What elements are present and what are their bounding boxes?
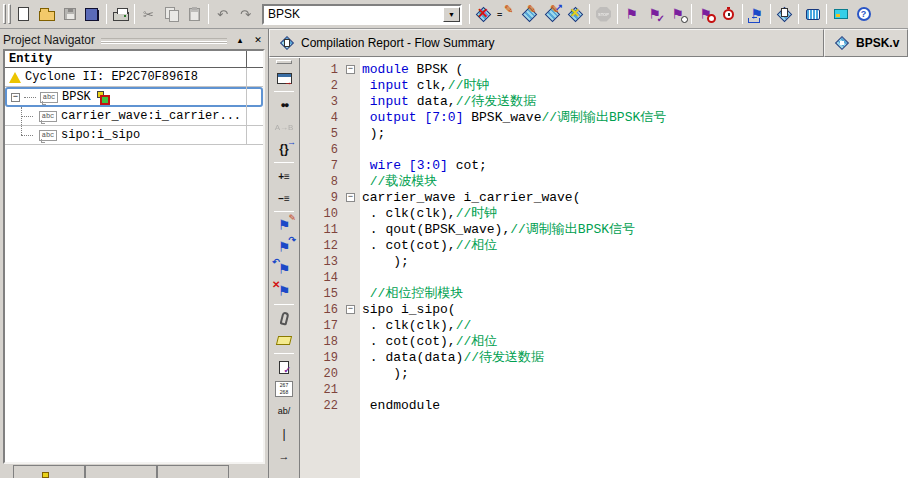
toolbar-separator	[826, 4, 827, 24]
tree-item-device[interactable]: Cyclone II: EP2C70F896I8	[5, 68, 263, 87]
next-bookmark-button[interactable]: ⚑↷	[272, 236, 296, 258]
entity-combobox[interactable]: BPSK	[262, 4, 462, 25]
navigator-tab[interactable]	[157, 465, 229, 478]
code-line[interactable]: 3 input data,//待发送数据	[300, 94, 908, 110]
fullscreen-toggle-button[interactable]	[272, 67, 296, 89]
collapse-expander-icon[interactable]	[11, 93, 20, 102]
code-lines: 1module BPSK (2 input clk,//时钟3 input da…	[300, 62, 908, 414]
pin-planner-button[interactable]: ✕	[564, 3, 587, 25]
code-line[interactable]: 19 . data(data)//待发送数据	[300, 350, 908, 366]
assignment-editor-button[interactable]: ✎=	[495, 3, 518, 25]
tab-bpsk-v[interactable]: BPSK.v	[824, 29, 908, 57]
code-line[interactable]: 6	[300, 142, 908, 158]
syntax-coloring-button[interactable]	[272, 400, 296, 422]
save-all-button[interactable]	[81, 3, 104, 25]
undo-button[interactable]: ↶	[211, 3, 234, 25]
increase-indent-button[interactable]	[272, 165, 296, 187]
go-to-line-button[interactable]	[272, 378, 296, 400]
code-line[interactable]: 22 endmodule	[300, 398, 908, 414]
match-delimiter-button[interactable]: →	[272, 138, 296, 160]
signaltap-button[interactable]	[801, 3, 824, 25]
find-replace-button[interactable]	[272, 116, 296, 138]
settings-dialog-button[interactable]: ✎	[518, 3, 541, 25]
editor-region: Compilation Report - Flow Summary BPSK.v…	[269, 29, 908, 478]
tree-item-bpsk[interactable]: BPSK	[5, 87, 263, 107]
tree-item-carrier-wave[interactable]: carrier_wave:i_carrier...	[5, 107, 263, 126]
settings-button[interactable]: ✕	[472, 3, 495, 25]
programmer-button[interactable]	[829, 3, 852, 25]
code-line[interactable]: 13 );	[300, 254, 908, 270]
assignment-editor-icon: ✎	[504, 4, 513, 15]
find-button[interactable]	[272, 94, 296, 116]
save-button[interactable]	[58, 3, 81, 25]
toolbar-grip[interactable]	[276, 60, 292, 64]
compilation-report-button[interactable]	[773, 3, 796, 25]
cut-button[interactable]: ✂	[137, 3, 160, 25]
code-line[interactable]: 14	[300, 270, 908, 286]
line-number: 4	[300, 110, 344, 126]
insert-file-button[interactable]	[272, 307, 296, 329]
clear-bookmarks-button[interactable]: ⚑✕	[272, 280, 296, 302]
toolbar-grip[interactable]	[8, 4, 11, 24]
code-editor[interactable]: 1module BPSK (2 input clk,//时钟3 input da…	[300, 58, 908, 478]
cut-icon: ✂	[143, 8, 154, 21]
code-line[interactable]: 16sipo i_sipo(	[300, 302, 908, 318]
assignment-groups-button[interactable]: ✎↗	[541, 3, 564, 25]
project-navigator-titlebar: Project Navigator ▴ ✕	[3, 31, 265, 49]
fold-toggle-icon[interactable]	[346, 65, 355, 74]
code-line[interactable]: 15 //相位控制模块	[300, 286, 908, 302]
simulator-tool-button[interactable]: ⚑	[745, 3, 768, 25]
start-analysis-synthesis-button[interactable]: ⚑✓	[643, 3, 666, 25]
previous-bookmark-button[interactable]: ⚑↶	[272, 258, 296, 280]
toolbar-separator	[617, 4, 618, 24]
print-icon	[113, 12, 129, 21]
toggle-bookmark-button[interactable]: ⚑✎	[272, 214, 296, 236]
tree-item-sipo[interactable]: sipo:i_sipo	[5, 126, 263, 145]
code-line[interactable]: 1module BPSK (	[300, 62, 908, 78]
copy-button[interactable]	[160, 3, 183, 25]
classic-timing-analyzer-button[interactable]	[717, 3, 740, 25]
code-line[interactable]: 9carrier_wave i_carrier_wave(	[300, 190, 908, 206]
panel-grip[interactable]	[101, 38, 227, 43]
start-timing-analysis-button[interactable]: ⚑	[694, 3, 717, 25]
new-file-button[interactable]	[12, 3, 35, 25]
project-navigator-panel: Project Navigator ▴ ✕ Entity Cyclone II:…	[0, 29, 269, 478]
start-fitter-button[interactable]: ⚑	[666, 3, 689, 25]
code-line[interactable]: 20 );	[300, 366, 908, 382]
code-line[interactable]: 18 . cot(cot),//相位	[300, 334, 908, 350]
entity-column-header[interactable]: Entity	[5, 51, 263, 68]
help-button[interactable]	[852, 3, 875, 25]
insert-template-button[interactable]	[272, 329, 296, 351]
tab-compilation-report[interactable]: Compilation Report - Flow Summary	[269, 29, 824, 57]
panel-close-button[interactable]: ✕	[251, 33, 265, 47]
code-line[interactable]: 5 );	[300, 126, 908, 142]
fold-toggle-icon[interactable]	[346, 305, 355, 314]
code-line[interactable]: 4 output [7:0] BPSK_wave//调制输出BPSK信号	[300, 110, 908, 126]
open-file-button[interactable]	[35, 3, 58, 25]
code-line[interactable]: 21	[300, 382, 908, 398]
paste-button[interactable]	[183, 3, 206, 25]
arrow-button[interactable]	[272, 444, 296, 466]
code-line[interactable]: 11 . qout(BPSK_wave),//调制输出BPSK信号	[300, 222, 908, 238]
cursor-line-button[interactable]	[272, 422, 296, 444]
code-line[interactable]: 10 . clk(clk),//时钟	[300, 206, 908, 222]
signaltap-icon	[806, 9, 820, 20]
code-line[interactable]: 17 . clk(clk),//	[300, 318, 908, 334]
code-line[interactable]: 7 wire [3:0] cot;	[300, 158, 908, 174]
redo-button[interactable]: ↷	[234, 3, 257, 25]
toolbar-grip[interactable]	[3, 4, 6, 24]
start-compilation-button[interactable]: ⚑	[620, 3, 643, 25]
combobox-dropdown-button[interactable]	[443, 7, 460, 22]
print-button[interactable]	[109, 3, 132, 25]
code-line[interactable]: 8 //载波模块	[300, 174, 908, 190]
navigator-tab[interactable]	[13, 465, 85, 478]
code-line[interactable]: 2 input clk,//时钟	[300, 78, 908, 94]
verilog-module-icon	[39, 111, 57, 122]
panel-collapse-button[interactable]: ▴	[233, 33, 247, 47]
code-line[interactable]: 12 . cot(cot),//相位	[300, 238, 908, 254]
analyze-current-file-button[interactable]	[272, 356, 296, 378]
fold-toggle-icon[interactable]	[346, 193, 355, 202]
stop-processing-button[interactable]	[592, 3, 615, 25]
decrease-indent-button[interactable]	[272, 187, 296, 209]
navigator-tab[interactable]	[85, 465, 157, 478]
